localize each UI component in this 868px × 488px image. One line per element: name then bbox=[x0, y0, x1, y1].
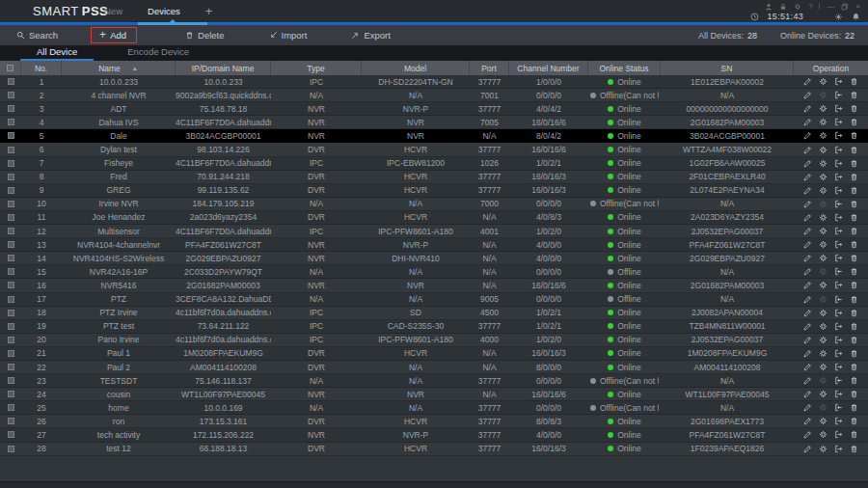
column-header-operation[interactable]: Operation bbox=[794, 61, 868, 75]
gear-icon[interactable] bbox=[794, 3, 801, 11]
column-header-model[interactable]: Model bbox=[362, 61, 470, 75]
row-checkbox[interactable] bbox=[0, 116, 21, 128]
logout-icon[interactable] bbox=[834, 417, 843, 425]
lock-icon[interactable] bbox=[779, 3, 787, 11]
settings-icon[interactable] bbox=[819, 336, 827, 344]
table-row[interactable]: 15NVR42A16-16P2C033D2PAYW79QTN/AN/AN/A0/… bbox=[0, 265, 868, 279]
edit-icon[interactable] bbox=[803, 186, 812, 195]
settings-icon[interactable] bbox=[819, 309, 827, 317]
edit-icon[interactable] bbox=[803, 322, 812, 331]
table-row[interactable]: 6Dylan test98.103.14.226DVRHCVR3777716/0… bbox=[0, 143, 868, 156]
logout-icon[interactable] bbox=[834, 254, 843, 262]
logout-icon[interactable] bbox=[834, 131, 843, 140]
settings-icon[interactable] bbox=[819, 295, 827, 304]
column-header-name[interactable]: Name▲ bbox=[62, 61, 176, 75]
row-checkbox[interactable] bbox=[0, 361, 21, 373]
login-icon[interactable] bbox=[834, 295, 843, 304]
row-checkbox[interactable] bbox=[0, 307, 21, 319]
row-checkbox[interactable] bbox=[0, 157, 21, 170]
delete-icon[interactable] bbox=[850, 403, 858, 412]
delete-icon[interactable] bbox=[850, 118, 858, 126]
add-tab-button[interactable]: + bbox=[205, 7, 213, 16]
column-header-sn[interactable]: SN bbox=[661, 61, 794, 75]
row-checkbox[interactable] bbox=[0, 89, 21, 101]
delete-icon[interactable] bbox=[850, 417, 858, 425]
delete-icon[interactable] bbox=[850, 227, 858, 235]
logout-icon[interactable] bbox=[834, 390, 843, 398]
table-row[interactable]: 13NVR4104-4channelnvrPFA4FZ061W27C8TNVRN… bbox=[0, 238, 868, 252]
table-row[interactable]: 27tech activity172.115.206.222NVRNVR-P37… bbox=[0, 428, 868, 442]
login-icon[interactable] bbox=[834, 91, 843, 99]
table-row[interactable]: 16NVR54162G01682PAM00003NVRNVRN/A16/0/16… bbox=[0, 279, 868, 292]
edit-icon[interactable] bbox=[803, 77, 812, 86]
edit-icon[interactable] bbox=[803, 104, 812, 113]
row-checkbox[interactable] bbox=[0, 225, 21, 237]
logout-icon[interactable] bbox=[834, 186, 843, 195]
settings-icon[interactable] bbox=[819, 240, 827, 249]
delete-icon[interactable] bbox=[850, 186, 858, 195]
column-header-ip-domain-name[interactable]: IP/Domain Name bbox=[176, 61, 271, 75]
table-row[interactable]: 12Multisensor4C11BF6F7D0A.dahuaddns.comI… bbox=[0, 225, 868, 238]
row-checkbox[interactable] bbox=[0, 443, 21, 455]
settings-icon[interactable] bbox=[819, 227, 827, 235]
table-row[interactable]: 110.0.0.23310.0.0.233IPCDH-SD22204TN-GN3… bbox=[0, 75, 868, 89]
alarm-config-icon[interactable] bbox=[834, 13, 843, 21]
row-checkbox[interactable] bbox=[0, 143, 21, 155]
delete-icon[interactable] bbox=[850, 281, 858, 289]
delete-icon[interactable] bbox=[850, 240, 858, 249]
tab-new[interactable]: New bbox=[104, 6, 122, 16]
logout-icon[interactable] bbox=[834, 240, 843, 249]
table-row[interactable]: 4Dahua IVS4C11BF6F7D0A.dahuaddns.comNVRN… bbox=[0, 116, 868, 129]
sort-asc-icon[interactable]: ▲ bbox=[132, 66, 138, 71]
table-row[interactable]: 9GREG99.119.135.62DVRHCVR3777716/0/16/3O… bbox=[0, 184, 868, 198]
delete-icon[interactable] bbox=[850, 430, 858, 439]
settings-icon[interactable] bbox=[819, 445, 827, 453]
delete-icon[interactable] bbox=[850, 200, 858, 208]
settings-icon[interactable] bbox=[819, 173, 827, 181]
delete-icon[interactable] bbox=[850, 254, 858, 262]
edit-icon[interactable] bbox=[803, 281, 812, 289]
search-button[interactable]: Search bbox=[16, 30, 58, 41]
settings-icon[interactable] bbox=[819, 430, 827, 439]
logout-icon[interactable] bbox=[834, 213, 843, 222]
table-row[interactable]: 5Dale3B024ACGBP00001NVRNVRN/A8/0/4/2Onli… bbox=[0, 129, 868, 143]
table-row[interactable]: 18PTZ Irvine4c11bf6f7d0a.dahuaddns.comIP… bbox=[0, 307, 868, 320]
row-checkbox[interactable] bbox=[0, 401, 21, 414]
import-button[interactable]: Import bbox=[269, 30, 308, 41]
settings-icon[interactable] bbox=[819, 200, 827, 208]
table-row[interactable]: 25home10.0.0.169N/AN/A377770/0/0/0Offlin… bbox=[0, 401, 868, 415]
edit-icon[interactable] bbox=[803, 445, 812, 453]
login-icon[interactable] bbox=[834, 267, 843, 276]
table-row[interactable]: 26ron173.15.3.161DVRHCVR377778/0/8/3Onli… bbox=[0, 415, 868, 428]
settings-icon[interactable] bbox=[819, 363, 827, 371]
column-header-type[interactable]: Type bbox=[271, 61, 362, 75]
table-row[interactable]: 7Fisheye4C11BF6F7D0A.dahuaddns.comIPCIPC… bbox=[0, 157, 868, 171]
settings-icon[interactable] bbox=[819, 118, 827, 126]
edit-icon[interactable] bbox=[803, 417, 812, 425]
row-checkbox[interactable] bbox=[0, 388, 21, 400]
login-icon[interactable] bbox=[834, 403, 843, 412]
logout-icon[interactable] bbox=[834, 159, 843, 168]
settings-icon[interactable] bbox=[819, 267, 827, 276]
settings-icon[interactable] bbox=[819, 131, 827, 140]
edit-icon[interactable] bbox=[803, 146, 812, 154]
logout-icon[interactable] bbox=[834, 104, 843, 113]
notification-bell-icon[interactable] bbox=[852, 13, 860, 21]
edit-icon[interactable] bbox=[803, 118, 812, 126]
row-checkbox[interactable] bbox=[0, 293, 21, 306]
delete-button[interactable]: Delete bbox=[185, 30, 224, 41]
edit-icon[interactable] bbox=[803, 200, 812, 208]
logout-icon[interactable] bbox=[834, 281, 843, 289]
edit-icon[interactable] bbox=[803, 267, 812, 276]
table-row[interactable]: 22Paul 2AM004114100208DVRN/AN/A8/0/0/0On… bbox=[0, 361, 868, 374]
restore-icon[interactable] bbox=[841, 3, 849, 11]
minimize-icon[interactable]: — bbox=[827, 3, 834, 11]
table-row[interactable]: 14NVR4104HS-S2Wireless2G029EBPAZU0927NVR… bbox=[0, 252, 868, 265]
settings-icon[interactable] bbox=[819, 77, 827, 86]
table-row[interactable]: 28test 1266.188.18.13DVRHCVR3777716/0/16… bbox=[0, 443, 868, 456]
settings-icon[interactable] bbox=[819, 322, 827, 331]
edit-icon[interactable] bbox=[803, 336, 812, 344]
edit-icon[interactable] bbox=[803, 349, 812, 358]
delete-icon[interactable] bbox=[850, 173, 858, 181]
tab-all-device[interactable]: All Device bbox=[37, 46, 77, 61]
